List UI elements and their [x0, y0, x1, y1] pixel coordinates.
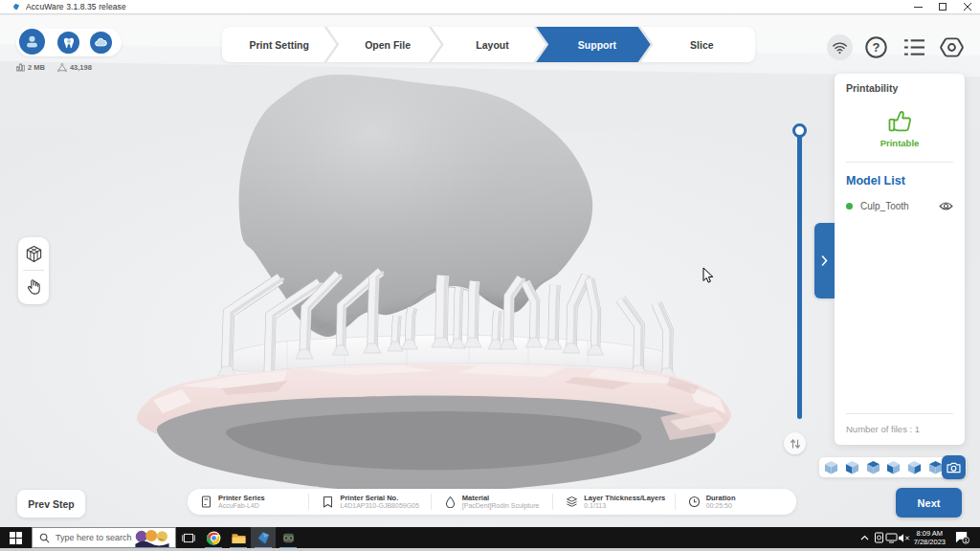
- viewport-tools: [18, 237, 49, 304]
- header-actions: ?: [827, 32, 967, 62]
- close-button[interactable]: [955, 0, 980, 13]
- list-icon: [903, 37, 925, 57]
- view-cube-icon[interactable]: [907, 460, 922, 474]
- svg-text:?: ?: [873, 39, 880, 54]
- file-size-stat: 2 MB: [16, 63, 45, 72]
- maximize-button[interactable]: [930, 0, 955, 13]
- panel-collapse-tab[interactable]: [814, 223, 835, 298]
- view-cube-tool[interactable]: [18, 237, 49, 270]
- info-icon: [566, 496, 578, 508]
- divider: [846, 413, 953, 414]
- prev-step-label: Prev Step: [28, 498, 74, 510]
- user-icon: [24, 33, 40, 50]
- step-label: Print Setting: [249, 39, 308, 51]
- tray-volume-icon[interactable]: [898, 533, 910, 543]
- app-window: 2 MB 43,198 Print Setting Open File Layo…: [0, 15, 980, 527]
- info-label: Material: [462, 494, 540, 502]
- view-cube-icon[interactable]: [886, 460, 901, 474]
- step-support[interactable]: Support: [536, 27, 650, 62]
- info-value: 0.1/113: [584, 502, 665, 511]
- info-label: Printer Serial No.: [340, 494, 419, 502]
- clock-time: 8:09 AM: [914, 529, 946, 539]
- info-icon: [322, 496, 334, 508]
- search-icon: [39, 533, 50, 543]
- chevron-up-icon: [860, 535, 869, 540]
- hand-icon: [26, 278, 42, 296]
- exploded-cube-icon: [25, 245, 43, 263]
- generic-app-icon: [281, 532, 296, 544]
- info-value: AccuFab-L4D: [218, 502, 265, 511]
- view-cube-icon[interactable]: [866, 460, 880, 474]
- wifi-icon: [832, 40, 848, 55]
- step-open-file[interactable]: Open File: [326, 27, 440, 62]
- step-slice[interactable]: Slice: [641, 27, 755, 62]
- taskbar-clock[interactable]: 8:09 AM 7/28/2023: [910, 529, 951, 547]
- accuware-taskbar-icon[interactable]: [251, 527, 276, 548]
- step-label: Slice: [682, 39, 714, 51]
- clock-date: 7/28/2023: [914, 538, 946, 547]
- model-list-item[interactable]: Culp_Tooth: [846, 201, 953, 211]
- window-title: AccuWare 3.1.8.35 release: [26, 2, 126, 11]
- windows-taskbar: Type here to search: [0, 527, 980, 548]
- info-value: L4D1AP310-GJB8059G05: [340, 502, 419, 511]
- next-label: Next: [918, 497, 941, 509]
- model-status-dot: [846, 203, 853, 209]
- pan-hand-tool[interactable]: [18, 271, 49, 303]
- app-logo-icon: [12, 3, 20, 11]
- cloud-button[interactable]: [90, 32, 112, 54]
- tooth-model-button[interactable]: [57, 32, 79, 54]
- screenshot-camera-button[interactable]: [942, 455, 966, 479]
- printability-title: Printability: [846, 82, 965, 94]
- file-explorer-taskbar-icon[interactable]: [226, 527, 251, 548]
- gear-icon: [940, 36, 964, 58]
- step-label: Open File: [357, 39, 411, 51]
- sort-toggle-button[interactable]: [784, 432, 806, 454]
- info-icon: [444, 496, 457, 508]
- app-taskbar-icon[interactable]: [276, 527, 301, 548]
- start-button[interactable]: [0, 527, 32, 548]
- user-profile-button[interactable]: [17, 27, 47, 56]
- triangle-count-value: 43,198: [70, 63, 92, 72]
- chrome-taskbar-icon[interactable]: [201, 527, 226, 548]
- speaker-muted-icon: [898, 533, 910, 543]
- list-view-button[interactable]: [900, 33, 928, 61]
- files-count: Number of files : 1: [846, 424, 920, 434]
- minimize-button[interactable]: [905, 0, 930, 13]
- view-cube-icon[interactable]: [928, 460, 943, 474]
- display-network-icon: [885, 533, 898, 543]
- info-item-printer-serial-no-: Printer Serial No.L4D1AP310-GJB8059G05: [308, 494, 430, 511]
- tray-network-icon[interactable]: [885, 533, 898, 543]
- windows-logo-icon: [10, 532, 22, 544]
- task-view-button[interactable]: [176, 527, 201, 548]
- visibility-eye-icon[interactable]: [939, 201, 953, 211]
- tooth-icon: [62, 36, 76, 50]
- settings-button[interactable]: [938, 33, 967, 61]
- help-icon: ?: [864, 35, 888, 59]
- camera-icon: [947, 462, 961, 474]
- info-icon: [200, 496, 212, 508]
- wifi-button[interactable]: [827, 34, 853, 60]
- file-size-icon: [16, 63, 25, 72]
- printability-status: Printable: [835, 138, 965, 148]
- info-value: 00:25:50: [706, 502, 736, 511]
- taskbar-search-input[interactable]: Type here to search: [32, 527, 176, 548]
- tray-device-icon[interactable]: [873, 532, 885, 543]
- workflow-steps: Print Setting Open File Layout Support S…: [222, 27, 755, 62]
- next-button[interactable]: Next: [896, 488, 962, 518]
- info-icon: [688, 496, 701, 508]
- step-label: Layout: [468, 39, 508, 51]
- layer-slider-handle[interactable]: [792, 123, 807, 138]
- view-cube-icon[interactable]: [824, 460, 838, 474]
- view-cube-icon[interactable]: [845, 460, 859, 474]
- triangle-count-icon: [57, 63, 67, 72]
- file-size-value: 2 MB: [28, 63, 45, 72]
- action-center-button[interactable]: 1: [951, 531, 973, 544]
- step-layout[interactable]: Layout: [432, 27, 546, 62]
- prev-step-button[interactable]: Prev Step: [17, 490, 85, 518]
- layer-slider-track[interactable]: [797, 130, 802, 419]
- model-name: Culp_Tooth: [860, 201, 939, 211]
- tray-expand-button[interactable]: [858, 535, 873, 540]
- help-button[interactable]: ?: [862, 33, 891, 61]
- info-item-material: Material[PacDent]Rodin Sculpture: [431, 494, 552, 511]
- step-print-setting[interactable]: Print Setting: [222, 27, 336, 62]
